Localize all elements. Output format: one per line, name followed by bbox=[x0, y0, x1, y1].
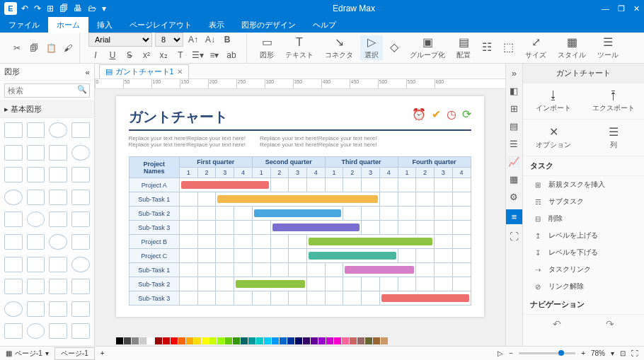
qat-button[interactable]: ↶ bbox=[21, 4, 28, 13]
fullscreen-icon[interactable]: ⛶ bbox=[510, 231, 519, 242]
qat-button[interactable]: 🖶 bbox=[74, 4, 82, 13]
color-swatch[interactable] bbox=[326, 337, 333, 344]
underline-icon[interactable]: U bbox=[105, 48, 120, 62]
shape-thumb[interactable] bbox=[71, 257, 90, 272]
color-swatch[interactable] bbox=[163, 337, 170, 344]
format-painter-icon[interactable]: 🖌 bbox=[61, 41, 75, 55]
color-swatch[interactable] bbox=[155, 337, 162, 344]
color-swatch[interactable] bbox=[209, 337, 217, 344]
font-family-select[interactable]: Arial bbox=[88, 33, 152, 47]
window-button[interactable]: ✕ bbox=[633, 4, 640, 13]
task-action[interactable]: ⊘リンク解除 bbox=[523, 278, 644, 295]
ribbon-button[interactable]: ☰ツール bbox=[593, 35, 623, 60]
shape-thumb[interactable] bbox=[71, 234, 90, 250]
shape-thumb[interactable] bbox=[27, 234, 45, 250]
shape-thumb[interactable] bbox=[4, 301, 23, 317]
ribbon-button[interactable]: ▤配置 bbox=[452, 35, 475, 60]
shape-thumb[interactable] bbox=[4, 211, 23, 227]
shape-thumb[interactable] bbox=[71, 279, 90, 294]
strike-icon[interactable]: S̶ bbox=[122, 48, 137, 62]
page-tab[interactable]: ページ-1 bbox=[54, 347, 95, 360]
align-icon[interactable]: ≡▾ bbox=[207, 48, 222, 62]
panel-action[interactable]: ✕オプション bbox=[523, 120, 583, 156]
shape-thumb[interactable] bbox=[49, 257, 67, 272]
task-action[interactable]: ⊞新規タスクを挿入 bbox=[523, 176, 644, 193]
color-swatch[interactable] bbox=[225, 337, 232, 344]
fullscreen-icon[interactable]: ⛶ bbox=[631, 349, 638, 357]
color-swatch[interactable] bbox=[256, 337, 263, 344]
color-swatch[interactable] bbox=[287, 337, 294, 344]
cut-icon[interactable]: ✂ bbox=[10, 41, 24, 55]
play-icon[interactable]: ▷ bbox=[498, 349, 503, 357]
bold-icon[interactable]: B bbox=[220, 33, 234, 47]
shape-thumb[interactable] bbox=[4, 323, 23, 339]
menu-item[interactable]: 挿入 bbox=[88, 17, 121, 33]
dropdown-icon[interactable]: ▾ bbox=[45, 349, 49, 357]
color-swatch[interactable] bbox=[132, 337, 139, 344]
ribbon-button[interactable]: ☷ bbox=[478, 40, 496, 55]
shape-thumb[interactable] bbox=[49, 279, 67, 294]
shape-thumb[interactable] bbox=[71, 301, 90, 317]
shape-thumb[interactable] bbox=[71, 323, 90, 339]
shape-thumb[interactable] bbox=[27, 145, 45, 161]
paste-icon[interactable]: 📋 bbox=[44, 41, 58, 55]
page[interactable]: ⏰ ✔ ◷ ⟳ ガントチャート Replace your text here!R… bbox=[116, 96, 484, 317]
shape-thumb[interactable] bbox=[49, 301, 67, 317]
color-swatch[interactable] bbox=[186, 337, 193, 344]
settings-icon[interactable]: ⚙ bbox=[510, 192, 518, 202]
color-swatch[interactable] bbox=[334, 337, 341, 344]
fit-page-icon[interactable]: ⊡ bbox=[620, 349, 626, 357]
shape-thumb[interactable] bbox=[4, 279, 23, 294]
color-swatch[interactable] bbox=[272, 337, 279, 344]
qat-button[interactable]: 🗐 bbox=[59, 4, 68, 13]
window-button[interactable]: — bbox=[602, 4, 609, 13]
nav-next-icon[interactable]: ↷ bbox=[606, 318, 614, 330]
add-page-button[interactable]: + bbox=[100, 349, 105, 357]
ribbon-button[interactable]: ◇ bbox=[386, 40, 403, 55]
menu-item[interactable]: ページレイアウト bbox=[121, 17, 200, 33]
color-swatch[interactable] bbox=[318, 337, 326, 344]
canvas[interactable]: ⏰ ✔ ◷ ⟳ ガントチャート Replace your text here!R… bbox=[95, 89, 505, 336]
color-swatch[interactable] bbox=[311, 337, 318, 344]
panel-action[interactable]: ⭳インポート bbox=[523, 83, 583, 119]
menu-item[interactable]: ファイル bbox=[0, 17, 48, 33]
ribbon-button[interactable]: ▣グループ化 bbox=[406, 35, 449, 60]
color-swatch[interactable] bbox=[381, 337, 388, 344]
color-swatch[interactable] bbox=[280, 337, 287, 344]
ribbon-button[interactable]: Tテキスト bbox=[281, 36, 318, 60]
italic-icon[interactable]: I bbox=[88, 48, 103, 62]
task-action[interactable]: ⇢タスクリンク bbox=[523, 261, 644, 278]
color-swatch[interactable] bbox=[116, 337, 123, 344]
qat-button[interactable]: ↷ bbox=[34, 4, 41, 13]
menu-item[interactable]: ホーム bbox=[48, 17, 88, 33]
superscript-icon[interactable]: x² bbox=[139, 48, 154, 62]
color-swatch[interactable] bbox=[194, 337, 201, 344]
font-grow-icon[interactable]: A↑ bbox=[186, 33, 200, 47]
ribbon-button[interactable]: ⤢サイズ bbox=[521, 35, 551, 60]
ribbon-button[interactable]: ↘コネクタ bbox=[321, 35, 357, 60]
task-action[interactable]: ↧レベルを下げる bbox=[523, 244, 644, 261]
shape-thumb[interactable] bbox=[71, 211, 90, 227]
color-swatch[interactable] bbox=[147, 337, 154, 344]
expand-icon[interactable]: » bbox=[512, 68, 517, 79]
dropdown-icon[interactable]: ▾ bbox=[611, 349, 614, 357]
shape-thumb[interactable] bbox=[49, 323, 67, 339]
subscript-icon[interactable]: x₂ bbox=[156, 48, 171, 62]
shape-thumb[interactable] bbox=[27, 323, 45, 339]
gantt-tool-icon[interactable]: ≡ bbox=[506, 209, 523, 224]
shape-thumb[interactable] bbox=[49, 167, 67, 182]
task-action[interactable]: ⊟削除 bbox=[523, 210, 644, 227]
shape-thumb[interactable] bbox=[49, 211, 67, 227]
zoom-out-icon[interactable]: − bbox=[509, 349, 513, 357]
shape-thumb[interactable] bbox=[27, 211, 45, 227]
shape-thumb[interactable] bbox=[49, 190, 67, 205]
table-icon[interactable]: ▦ bbox=[510, 174, 518, 185]
nav-prev-icon[interactable]: ↶ bbox=[553, 318, 561, 330]
zoom-slider[interactable] bbox=[519, 352, 575, 354]
shape-thumb[interactable] bbox=[49, 122, 67, 138]
page-selector[interactable]: ▦ ページ-1 ▾ bbox=[6, 349, 49, 359]
shape-thumb[interactable] bbox=[4, 234, 23, 250]
shapes-category[interactable]: ▸ 基本図形 bbox=[0, 101, 94, 118]
ribbon-button[interactable]: ▦スタイル bbox=[553, 35, 590, 60]
shape-thumb[interactable] bbox=[71, 145, 90, 161]
